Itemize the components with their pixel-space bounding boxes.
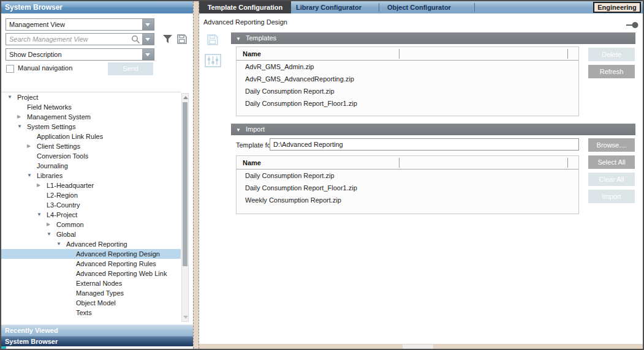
recently-viewed-bar[interactable]: Recently Viewed [1,324,193,336]
tree-expander-icon[interactable]: ▶ [27,141,37,151]
save-icon[interactable] [206,34,219,48]
tree-item[interactable]: ▼ Global [1,229,181,239]
tab-library-configurator[interactable]: Library Configurator [296,1,362,13]
tree-item[interactable]: Advanced Reporting Web Link [1,269,181,278]
import-section-header[interactable]: ▼Import [231,124,635,135]
management-view-dropdown[interactable]: Management View [6,18,154,31]
chevron-down-icon[interactable] [142,19,154,30]
table-cell: Daily Consumption Report.zip [245,172,335,179]
tree-expander-icon[interactable]: ▼ [56,239,66,249]
tree-item-label: Advanced Reporting Web Link [76,269,167,278]
chevron-down-icon[interactable] [142,34,154,45]
chevron-down-icon[interactable] [142,49,154,60]
tab-object-configurator[interactable]: Object Configurator [387,1,451,13]
tree-item[interactable]: Application Link Rules [1,132,181,141]
tree-expander-icon[interactable]: ▼ [37,210,47,220]
tree-item-label: Project [17,92,38,102]
table-header[interactable]: Name [237,47,578,61]
tree-expander-icon[interactable]: ▼ [17,122,27,132]
column-name[interactable]: Name [243,50,261,58]
tree-item[interactable]: Advanced Reporting Design [1,249,181,259]
refresh-button[interactable]: Refresh [588,65,635,78]
tree-item-label: L1-Headquarter [47,181,94,190]
tree-item[interactable]: ▼ System Settings [1,122,181,132]
collapse-triangle-icon[interactable]: ▼ [236,127,241,133]
search-icon[interactable] [131,35,140,47]
table-header[interactable]: Name [237,156,578,169]
tree-scrollbar[interactable] [181,93,189,322]
tree-expander-icon[interactable]: ▼ [47,229,56,239]
tree-item[interactable]: ▶ Client Settings [1,141,181,151]
template-folder-input[interactable]: D:\Advanced Reporting [270,138,579,151]
select-all-button[interactable]: Select All [588,155,635,169]
tree-item[interactable]: ▼ Advanced Reporting [1,239,181,249]
tree-expander-icon[interactable]: ▶ [47,220,56,229]
table-row[interactable]: AdvR_GMS_Admin.zip [237,61,578,73]
tree-item[interactable]: ▶ Management System [1,112,181,122]
system-browser-panel: System Browser Management View Show Desc… [1,1,193,349]
scroll-up-icon[interactable] [183,96,188,99]
import-button[interactable]: Import [588,190,635,203]
column-separator[interactable] [399,49,400,59]
tree-expander-icon[interactable]: ▶ [17,112,27,122]
send-button[interactable]: Send [108,62,153,75]
horizontal-scrollbar[interactable] [199,343,644,349]
table-cell: AdvR_GMS_Admin.zip [245,63,314,70]
column-separator[interactable] [567,158,568,168]
tree-item-label: Conversion Tools [37,151,88,161]
tree-item[interactable]: Texts [1,308,181,318]
table-row[interactable]: Weekly Consumption Report.zip [237,194,578,206]
table-row[interactable]: Daily Consumption Report_Floor1.zip [237,97,578,110]
tree-item[interactable]: ▼ Libraries [1,171,181,181]
tree-item-label: Management System [27,112,91,122]
tree-expander-icon[interactable]: ▼ [7,92,17,102]
column-separator[interactable] [567,49,568,59]
scroll-down-icon[interactable] [183,316,188,319]
tree-item[interactable]: Advanced Reporting Rules [1,259,181,269]
show-description-dropdown[interactable]: Show Description [6,48,154,61]
tab-template-configuration[interactable]: Template Configuration [199,1,291,13]
table-row[interactable]: Daily Consumption Report.zip [237,169,578,182]
collapse-triangle-icon[interactable]: ▼ [236,36,241,42]
templates-section-header[interactable]: ▼Templates [231,32,635,44]
tree-item[interactable]: External Nodes [1,278,181,288]
column-name[interactable]: Name [243,159,261,166]
tree-item[interactable]: Field Networks [1,102,181,112]
tree-item[interactable]: Conversion Tools [1,151,181,161]
tree-item[interactable]: ▶ Common [1,220,181,229]
save-icon[interactable] [176,34,188,47]
search-input[interactable] [6,34,126,45]
tree-item[interactable]: L3-Country [1,200,181,210]
tree-item[interactable]: Managed Types [1,288,181,298]
tree-item-label: Texts [76,308,92,318]
scrollbar-thumb[interactable] [403,344,433,349]
pin-icon[interactable] [626,20,638,31]
browse-button[interactable]: Browse.... [588,138,635,152]
tree-item-label: Advanced Reporting Rules [76,259,156,269]
table-row[interactable]: AdvR_GMS_AdvancedReporting.zip [237,73,578,85]
scrollbar-thumb[interactable] [183,102,188,266]
filter-icon[interactable] [162,34,173,47]
tree-expander-icon[interactable]: ▶ [37,181,47,190]
tree-item[interactable]: Object Model [1,298,181,308]
table-body: AdvR_GMS_Admin.zipAdvR_GMS_AdvancedRepor… [237,61,578,110]
tree-item[interactable]: L2-Region [1,190,181,200]
delete-button[interactable]: Delete [588,48,635,61]
table-row[interactable]: Daily Consumption Report_Floor1.zip [237,182,578,194]
tree-item[interactable]: ▼ L4-Project [1,210,181,220]
tree-expander-icon[interactable]: ▼ [27,171,37,181]
column-separator[interactable] [399,158,400,168]
tab-engineering[interactable]: Engineering [593,2,641,13]
tree-item-label: Global [56,229,76,239]
system-browser-bar[interactable]: System Browser [1,336,193,346]
panel-splitter[interactable] [193,1,199,349]
table-row[interactable]: Daily Consumption Report.zip [237,85,578,97]
manual-navigation-checkbox[interactable] [6,65,14,73]
tree-item-label: Libraries [37,171,63,181]
tree-item[interactable]: Journaling [1,161,181,171]
navigation-tree: ▼ Project Field Networks ▶ Management Sy… [1,92,181,319]
tree-item[interactable]: ▶ L1-Headquarter [1,181,181,190]
clear-all-button[interactable]: Clear All [588,173,635,186]
sliders-icon[interactable] [205,54,221,70]
tree-item[interactable]: ▼ Project [1,92,181,102]
